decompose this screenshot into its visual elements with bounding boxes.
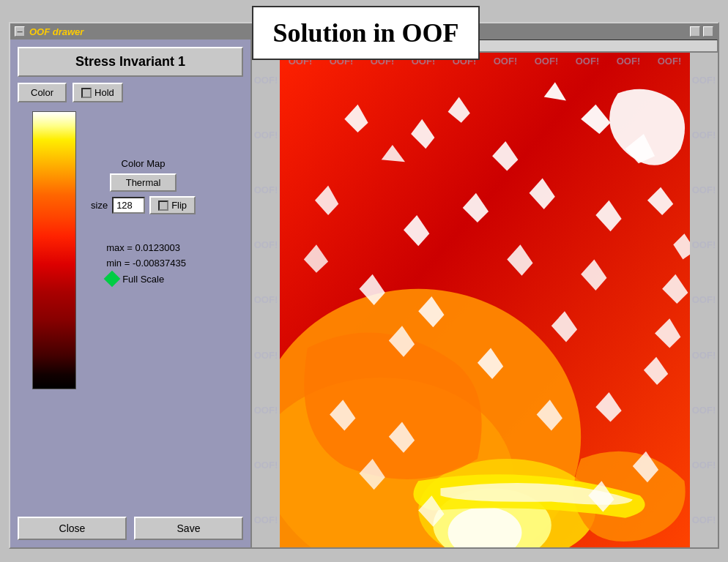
color-gradient-bar [32,111,76,389]
diamond-icon [104,271,121,288]
drawer-body: Stress Invariant 1 Color Hold Color Map … [10,40,718,547]
right-oof-2: OOF! [692,130,716,140]
bottom-buttons: Close Save [18,511,243,540]
left-oof-3: OOF! [254,184,278,195]
minimize-button[interactable] [690,26,700,37]
close-btn[interactable]: ─ [15,26,25,37]
flip-checkbox [158,201,168,211]
save-button[interactable]: Save [134,517,243,540]
left-watermark: OOF! OOF! OOF! OOF! OOF! OOF! OOF! OOF! … [252,53,280,547]
colormap-section: Color Map Thermal size Flip [91,158,196,214]
colormap-button[interactable]: Thermal [110,173,177,192]
left-oof-8: OOF! [254,460,278,471]
left-oof-7: OOF! [254,405,278,416]
size-flip-row: size Flip [91,196,196,214]
hold-label: Hold [94,87,114,98]
stats-section: max = 0.0123003 min = -0.00837435 Full S… [100,242,186,285]
size-label: size [91,200,108,211]
left-oof-2: OOF! [254,130,278,140]
right-oof-6: OOF! [692,350,716,361]
flip-button[interactable]: Flip [149,196,196,214]
maximize-button[interactable] [703,26,713,37]
hold-checkbox [81,88,92,98]
left-oof-5: OOF! [254,294,278,305]
titlebar-title: OOF drawer [29,26,83,37]
max-stat: max = 0.0123003 [106,242,186,253]
titlebar-right-buttons [690,26,713,37]
full-scale-label: Full Scale [122,274,164,285]
min-stat: min = -0.00837435 [106,258,186,269]
size-input[interactable] [112,197,145,214]
title-window: Solution in OOF [252,6,480,60]
stress-invariant-button[interactable]: Stress Invariant 1 [18,47,243,77]
left-oof-1: OOF! [254,75,278,86]
left-oof-6: OOF! [254,350,278,361]
visualization-canvas [280,53,690,547]
oof-drawer-window: ─ OOF drawer Stress Invariant 1 Color Ho… [9,22,719,549]
flip-label: Flip [171,200,187,211]
right-oof-9: OOF! [692,514,716,525]
color-button[interactable]: Color [18,83,67,102]
left-oof-9: OOF! [254,514,278,525]
canvas-area: OOF! OOF! OOF! OOF! OOF! OOF! OOF! OOF! … [252,53,718,547]
main-title: Solution in OOF [272,18,458,48]
left-oof-4: OOF! [254,239,278,250]
close-button[interactable]: Close [18,517,127,540]
color-gradient-container: Color Map Thermal size Flip [18,111,243,389]
right-watermark: OOF! OOF! OOF! OOF! OOF! OOF! OOF! OOF! … [690,53,718,547]
right-oof-8: OOF! [692,460,716,471]
right-oof-4: OOF! [692,239,716,250]
right-panel: z OOF! OOF! OOF! OOF! OOF! OOF! OOF! OOF… [252,40,718,547]
right-oof-5: OOF! [692,294,716,305]
color-hold-row: Color Hold [18,83,243,102]
full-scale-row: Full Scale [106,273,186,285]
right-oof-1: OOF! [692,75,716,86]
right-oof-7: OOF! [692,405,716,416]
hold-checkbox-button[interactable]: Hold [73,83,123,102]
colormap-label: Color Map [122,158,166,169]
visualization-svg [280,53,690,547]
left-panel: Stress Invariant 1 Color Hold Color Map … [10,40,252,547]
right-oof-3: OOF! [692,184,716,195]
